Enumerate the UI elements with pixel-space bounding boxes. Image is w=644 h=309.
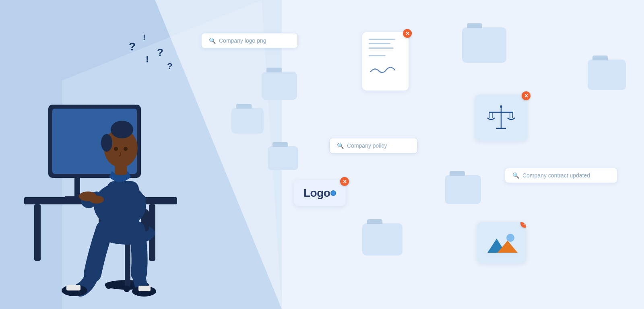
search-icon-3: 🔍 [512,172,519,179]
search-bar-contract[interactable]: 🔍 Company contract updated [505,168,617,183]
symbol-exclaim2: ! [146,54,149,65]
svg-point-25 [114,147,118,151]
close-badge-image[interactable]: ✕ [520,222,526,228]
search-bar-policy[interactable]: 🔍 Company policy [329,138,418,153]
svg-point-33 [500,105,502,108]
folder-card-1 [262,72,297,100]
scales-card: ✕ [475,95,527,141]
svg-rect-29 [66,285,80,290]
svg-rect-30 [138,286,151,291]
doc-line-3 [369,47,394,49]
close-badge-scales[interactable]: ✕ [522,91,530,100]
search-text-1: Company logo png [219,37,266,44]
logo-text: Logo [303,187,330,200]
folder-card-4 [445,175,481,204]
search-icon-1: 🔍 [209,37,216,44]
folder-card-6 [462,27,506,63]
search-icon-2: 🔍 [337,142,344,149]
close-badge-doc[interactable]: ✕ [403,29,412,38]
search-text-2: Company policy [347,142,387,149]
scales-icon [485,103,517,132]
svg-marker-42 [485,253,518,255]
signature-svg [369,64,397,75]
symbol-question3: ? [167,61,172,72]
svg-point-19 [89,196,104,204]
svg-point-12 [124,286,130,292]
symbol-question1: ? [129,40,136,53]
svg-point-10 [105,282,112,289]
folder-card-2 [231,108,264,134]
search-bar-logo[interactable]: 🔍 Company logo png [201,33,298,48]
doc-line-1 [369,39,395,40]
folder-card-3 [268,146,298,170]
image-card: ✕ [477,222,526,263]
person-illustration [12,24,246,298]
symbol-exclaim1: ! [143,33,146,42]
svg-rect-9 [125,241,130,286]
logo-dot [330,190,336,196]
doc-line-4 [369,55,386,56]
landscape-icon [485,231,518,255]
document-card: ✕ [362,32,409,91]
doc-line-2 [369,43,390,44]
search-text-3: Company contract updated [522,172,590,179]
svg-point-22 [111,121,133,138]
symbol-question2: ? [157,46,163,59]
svg-point-26 [124,147,128,151]
svg-rect-1 [34,204,41,261]
logo-card: ✕ Logo [294,180,346,206]
svg-point-24 [101,134,112,152]
folder-card-7 [588,60,626,90]
folder-card-5 [362,223,402,255]
